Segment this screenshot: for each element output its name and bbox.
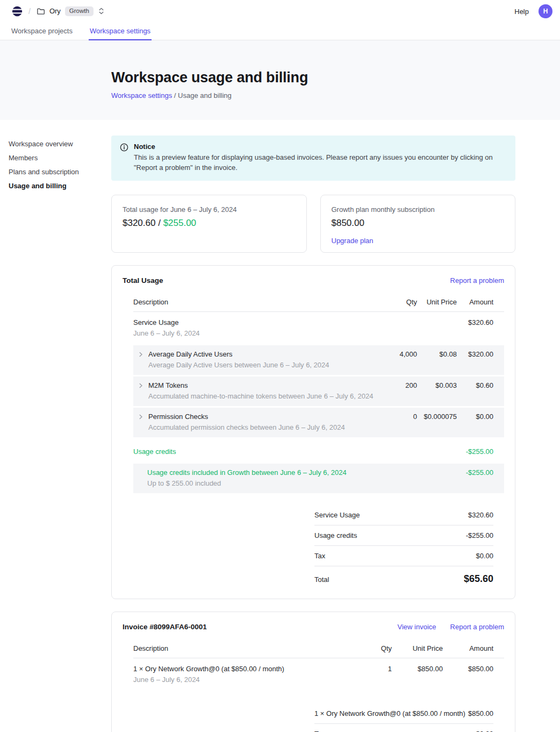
invoice-title: Invoice #8099AFA6-0001 xyxy=(123,623,207,631)
summary-value: -$255.00 xyxy=(466,531,493,539)
summary-row-service-usage: Service Usage $320.60 xyxy=(314,505,493,525)
subscription-card: Growth plan monthly subscription $850.00… xyxy=(320,195,516,253)
usage-amount-separator: / xyxy=(155,218,163,228)
upgrade-plan-link[interactable]: Upgrade plan xyxy=(332,237,374,245)
usage-detail-desc: Permission Checks Accumulated permission… xyxy=(133,413,374,432)
summary-value: $0.00 xyxy=(476,552,493,560)
usage-total-value: $65.60 xyxy=(464,573,493,585)
path-separator: / xyxy=(28,7,31,16)
invoice-line-desc: 1 × Ory Network Growth@0 (at $850.00 / m… xyxy=(133,665,349,684)
summary-row-usage-credits: Usage credits -$255.00 xyxy=(314,525,493,546)
breadcrumb-workspace-settings-link[interactable]: Workspace settings xyxy=(111,91,172,100)
service-usage-desc: Service Usage June 6 – July 6, 2024 xyxy=(133,318,374,338)
usage-total-row: Total $65.60 xyxy=(314,566,493,586)
usage-used-amount: $320.60 xyxy=(123,218,155,228)
detail-row-subtitle: Average Daily Active Users between June … xyxy=(148,361,329,369)
usage-detail-text: M2M Tokens Accumulated machine-to-machin… xyxy=(148,381,373,401)
invoice-links: View invoice Report a problem xyxy=(398,623,504,631)
usage-credits-detail-desc: Usage credits included in Growth between… xyxy=(133,468,374,488)
invoice-panel: Invoice #8099AFA6-0001 View invoice Repo… xyxy=(111,612,515,732)
detail-row-unit-price: $0.08 xyxy=(417,350,457,358)
summary-row-tax: Tax $0.00 xyxy=(314,546,493,566)
summary-cards: Total usage for June 6 – July 6, 2024 $3… xyxy=(111,195,515,253)
col-unit-price: Unit Price xyxy=(417,298,457,306)
usage-credits-row-amount: -$255.00 xyxy=(457,447,504,456)
usage-detail-row-permission-checks[interactable]: Permission Checks Accumulated permission… xyxy=(133,408,504,437)
service-usage-row: Service Usage June 6 – July 6, 2024 $320… xyxy=(133,312,504,345)
info-icon xyxy=(120,143,128,173)
usage-summary: Service Usage $320.60 Usage credits -$25… xyxy=(314,505,493,586)
sidebar-item-workspace-overview[interactable]: Workspace overview xyxy=(9,140,103,148)
summary-value: $0.00 xyxy=(476,730,493,732)
folder-icon xyxy=(37,7,45,16)
total-usage-panel: Total Usage Report a problem Description… xyxy=(111,265,515,599)
usage-detail-row-adau[interactable]: Average Daily Active Users Average Daily… xyxy=(133,345,504,375)
chevron-right-icon[interactable] xyxy=(138,351,144,369)
ory-logo[interactable] xyxy=(12,6,23,17)
total-usage-card-label: Total usage for June 6 – July 6, 2024 xyxy=(123,205,296,214)
detail-row-qty: 4,000 xyxy=(374,350,417,358)
usage-credits-detail-text: Usage credits included in Growth between… xyxy=(147,468,347,488)
chevron-right-icon[interactable] xyxy=(138,414,144,432)
invoice-report-problem-link[interactable]: Report a problem xyxy=(450,623,504,631)
summary-label: 1 × Ory Network Growth@0 (at $850.00 / m… xyxy=(314,709,465,717)
workspace-name: Ory xyxy=(49,7,61,15)
sidebar-item-plans-and-subscription[interactable]: Plans and subscription xyxy=(9,168,103,176)
detail-row-subtitle: Accumulated permission checks between Ju… xyxy=(148,423,345,432)
credit-detail-title: Usage credits included in Growth between… xyxy=(147,468,347,477)
usage-report-problem-link[interactable]: Report a problem xyxy=(450,276,504,285)
help-link[interactable]: Help xyxy=(514,8,529,16)
summary-label: Service Usage xyxy=(314,511,360,519)
workspace-plan-badge: Growth xyxy=(65,6,94,17)
usage-credits-detail-row: Usage credits included in Growth between… xyxy=(133,464,504,493)
notice-body: This is a preview feature for displaying… xyxy=(134,153,507,173)
summary-value: $320.60 xyxy=(468,511,493,519)
invoice-line-qty: 1 xyxy=(349,665,392,673)
subscription-card-label: Growth plan monthly subscription xyxy=(332,205,505,214)
detail-row-qty: 0 xyxy=(374,413,417,421)
notice-title: Notice xyxy=(134,143,507,151)
col-description: Description xyxy=(133,298,374,306)
chevron-right-icon[interactable] xyxy=(138,382,144,401)
avatar[interactable]: H xyxy=(539,4,552,18)
service-usage-row-period: June 6 – July 6, 2024 xyxy=(133,329,374,338)
breadcrumb-current: / Usage and billing xyxy=(172,91,232,100)
service-usage-row-title: Service Usage xyxy=(133,318,374,327)
usage-credits-row: Usage credits -$255.00 xyxy=(133,439,504,464)
invoice-line-unit-price: $850.00 xyxy=(392,665,443,673)
detail-row-title: M2M Tokens xyxy=(148,381,373,390)
total-usage-card-amount: $320.60 / $255.00 xyxy=(123,218,296,229)
invoice-line-amount: $850.00 xyxy=(443,665,504,673)
main-layout: Workspace overview Members Plans and sub… xyxy=(0,120,560,732)
invoice-summary-row-plan: 1 × Ory Network Growth@0 (at $850.00 / m… xyxy=(314,703,493,724)
detail-row-qty: 200 xyxy=(374,381,417,389)
usage-detail-desc: M2M Tokens Accumulated machine-to-machin… xyxy=(133,381,374,401)
summary-label: Tax xyxy=(314,730,325,732)
topbar-left: / Ory Growth xyxy=(12,6,105,17)
detail-row-amount: $320.00 xyxy=(457,350,504,358)
col-amount: Amount xyxy=(443,644,504,652)
sidebar-item-usage-and-billing[interactable]: Usage and billing xyxy=(9,182,103,190)
usage-detail-row-m2m-tokens[interactable]: M2M Tokens Accumulated machine-to-machin… xyxy=(133,376,504,406)
usage-table-header: Description Qty Unit Price Amount xyxy=(133,293,504,312)
sidebar-item-members[interactable]: Members xyxy=(9,154,103,162)
usage-table: Description Qty Unit Price Amount Servic… xyxy=(133,293,504,586)
col-qty: Qty xyxy=(349,644,392,652)
tab-workspace-projects[interactable]: Workspace projects xyxy=(10,23,74,40)
workspace-switcher[interactable]: Ory Growth xyxy=(37,6,105,17)
total-usage-title: Total Usage xyxy=(123,276,163,285)
col-description: Description xyxy=(133,644,349,652)
notice-banner: Notice This is a preview feature for dis… xyxy=(111,136,515,181)
usage-credits-row-title: Usage credits xyxy=(133,447,374,456)
detail-row-amount: $0.60 xyxy=(457,381,504,389)
usage-detail-desc: Average Daily Active Users Average Daily… xyxy=(133,350,374,369)
col-unit-price: Unit Price xyxy=(392,644,443,652)
content-column: Notice This is a preview feature for dis… xyxy=(111,136,515,732)
tab-workspace-settings[interactable]: Workspace settings xyxy=(89,23,152,40)
detail-row-title: Permission Checks xyxy=(148,413,345,421)
page-head: Workspace usage and billing Workspace se… xyxy=(0,40,560,120)
summary-label: Usage credits xyxy=(314,531,357,539)
notice-text: Notice This is a preview feature for dis… xyxy=(134,143,507,173)
invoice-panel-head: Invoice #8099AFA6-0001 View invoice Repo… xyxy=(123,623,504,631)
view-invoice-link[interactable]: View invoice xyxy=(398,623,436,631)
